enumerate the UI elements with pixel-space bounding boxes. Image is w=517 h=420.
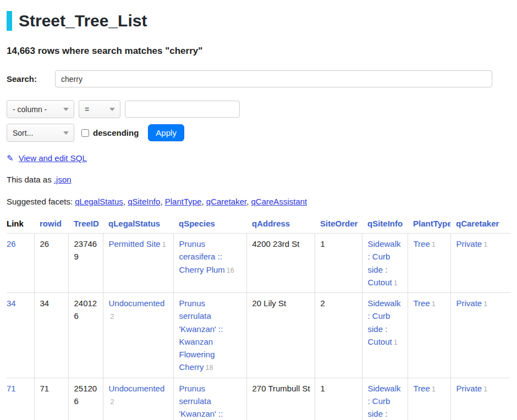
column-select[interactable]: - column - bbox=[7, 100, 74, 118]
cell-Link: 34 bbox=[7, 293, 34, 378]
column-header-link-qAddress[interactable]: qAddress bbox=[252, 219, 290, 228]
cell-link[interactable]: Private bbox=[457, 299, 482, 308]
cell-TreeID: 251206 bbox=[68, 378, 103, 420]
descending-label: descending bbox=[93, 128, 139, 137]
cell-Link: 26 bbox=[7, 234, 34, 293]
column-header-qLegalStatus: qLegalStatus bbox=[103, 217, 173, 234]
facet-count-badge: 2 bbox=[111, 398, 114, 406]
column-header-link-rowid[interactable]: rowid bbox=[40, 219, 62, 228]
facet-count-badge: 1 bbox=[483, 300, 487, 308]
facet-count-badge: 1 bbox=[483, 385, 487, 393]
cell-PlantType: Tree1 bbox=[408, 293, 450, 378]
cell-TreeID: 237469 bbox=[68, 234, 103, 293]
column-header-Link: Link bbox=[7, 217, 34, 234]
cell-link[interactable]: 34 bbox=[7, 299, 16, 308]
table-row: 7171251206Undocumented2Prunus serrulata … bbox=[7, 378, 510, 420]
cell-qLegalStatus: Permitted Site1 bbox=[103, 234, 173, 293]
column-header-link-qCaretaker[interactable]: qCaretaker bbox=[456, 219, 499, 228]
filter-row: - column - = bbox=[7, 100, 510, 118]
cell-qSpecies: Prunus serrulata 'Kwanzan' :: Kwanzan Fl… bbox=[173, 378, 246, 420]
filter-value-input[interactable] bbox=[125, 101, 240, 118]
operator-select-wrap: = bbox=[79, 100, 120, 118]
data-as-line: This data as .json bbox=[7, 175, 510, 184]
cell-qCaretaker: Private1 bbox=[450, 293, 510, 378]
suggested-facets-line: Suggested facets: qLegalStatus, qSiteInf… bbox=[7, 197, 510, 206]
apply-button[interactable]: Apply bbox=[148, 124, 184, 141]
cell-qAddress: 20 Lily St bbox=[246, 293, 315, 378]
descending-checkbox[interactable] bbox=[81, 129, 89, 137]
facet-count-badge: 1 bbox=[432, 385, 436, 393]
sort-select[interactable]: Sort... bbox=[7, 124, 74, 142]
cell-link[interactable]: Prunus serrulata 'Kwanzan' :: Kwanzan Fl… bbox=[179, 384, 223, 420]
facet-link-qSiteInfo[interactable]: qSiteInfo bbox=[128, 197, 160, 206]
column-header-link-PlantType[interactable]: PlantType bbox=[413, 219, 450, 228]
cell-qCaretaker: Private1 bbox=[450, 378, 510, 420]
cell-qCaretaker: Private1 bbox=[450, 234, 510, 293]
cell-link[interactable]: Tree bbox=[414, 384, 430, 393]
json-link[interactable]: .json bbox=[54, 175, 72, 184]
results-table: LinkrowidTreeIDqLegalStatusqSpeciesqAddr… bbox=[7, 217, 510, 420]
column-header-qAddress: qAddress bbox=[246, 217, 315, 234]
cell-link[interactable]: Permitted Site bbox=[109, 239, 161, 248]
cell-qSiteInfo: Sidewalk: Curb side : Cutout1 bbox=[362, 234, 408, 293]
cell-link[interactable]: Private bbox=[457, 239, 482, 248]
cell-qSiteInfo: Sidewalk: Curb side : Cutout1 bbox=[362, 378, 408, 420]
sql-line: ✎ View and edit SQL bbox=[7, 153, 510, 163]
facet-count-badge: 1 bbox=[394, 339, 398, 346]
cell-link[interactable]: Prunus serrulata 'Kwanzan' :: Kwanzan Fl… bbox=[179, 299, 223, 372]
cell-rowid: 71 bbox=[34, 378, 68, 420]
cell-link[interactable]: Undocumented bbox=[109, 299, 165, 308]
table-row: 2626237469Permitted Site1Prunus cerasife… bbox=[7, 234, 510, 293]
search-input[interactable] bbox=[55, 70, 492, 87]
cell-qAddress: 270 Trumbull St bbox=[246, 378, 315, 420]
cell-PlantType: Tree1 bbox=[408, 234, 450, 293]
cell-link[interactable]: Sidewalk: Curb side : Cutout bbox=[368, 384, 401, 420]
cell-link[interactable]: Tree bbox=[414, 239, 430, 248]
cell-link[interactable]: Prunus cerasifera :: Cherry Plum bbox=[179, 239, 225, 274]
cell-link[interactable]: Private bbox=[457, 384, 482, 393]
view-edit-sql-link[interactable]: View and edit SQL bbox=[19, 153, 87, 163]
cell-TreeID: 240126 bbox=[68, 293, 103, 378]
cell-rowid: 26 bbox=[34, 234, 68, 293]
cell-link[interactable]: Tree bbox=[414, 299, 430, 308]
facet-link-qCareAssistant[interactable]: qCareAssistant bbox=[251, 197, 307, 206]
cell-qAddress: 4200 23rd St bbox=[246, 234, 315, 293]
table-row: 3434240126Undocumented2Prunus serrulata … bbox=[7, 293, 510, 378]
cell-link[interactable]: 26 bbox=[7, 239, 16, 248]
column-header-SiteOrder: SiteOrder bbox=[315, 217, 362, 234]
column-header-link-TreeID[interactable]: TreeID bbox=[74, 219, 99, 228]
column-header-link-qSiteInfo[interactable]: qSiteInfo bbox=[367, 219, 403, 228]
facet-links: qLegalStatus, qSiteInfo, PlantType, qCar… bbox=[75, 197, 307, 206]
facet-link-qLegalStatus[interactable]: qLegalStatus bbox=[75, 197, 123, 206]
cell-SiteOrder: 2 bbox=[315, 293, 362, 378]
cell-link[interactable]: Undocumented bbox=[109, 384, 165, 393]
column-header-link-SiteOrder[interactable]: SiteOrder bbox=[320, 219, 358, 228]
row-count-summary: 14,663 rows where search matches "cherry… bbox=[7, 46, 510, 57]
column-header-qSiteInfo: qSiteInfo bbox=[362, 217, 408, 234]
cell-Link: 71 bbox=[7, 378, 34, 420]
facet-count-badge: 1 bbox=[162, 241, 166, 248]
cell-rowid: 34 bbox=[34, 293, 68, 378]
column-header-rowid: rowid bbox=[34, 217, 68, 234]
facets-prefix: Suggested facets: bbox=[7, 197, 75, 206]
pencil-icon: ✎ bbox=[7, 153, 14, 163]
facet-count-badge: 1 bbox=[394, 279, 398, 287]
cell-SiteOrder: 1 bbox=[315, 234, 362, 293]
cell-qSpecies: Prunus cerasifera :: Cherry Plum16 bbox=[173, 234, 246, 293]
data-as-prefix: This data as bbox=[7, 175, 54, 184]
column-header-PlantType: PlantType bbox=[408, 217, 450, 234]
facet-link-PlantType[interactable]: PlantType bbox=[165, 197, 202, 206]
sort-row: Sort... descending Apply bbox=[7, 124, 510, 142]
facet-count-badge: 2 bbox=[111, 313, 114, 320]
operator-select[interactable]: = bbox=[79, 100, 120, 118]
page-container: Street_Tree_List 14,663 rows where searc… bbox=[0, 0, 517, 420]
column-select-wrap: - column - bbox=[7, 100, 74, 118]
cell-SiteOrder: 1 bbox=[315, 378, 362, 420]
cell-qLegalStatus: Undocumented2 bbox=[103, 378, 173, 420]
column-header-link-qSpecies[interactable]: qSpecies bbox=[179, 219, 215, 228]
column-header-link-qLegalStatus[interactable]: qLegalStatus bbox=[108, 219, 160, 228]
page-title: Street_Tree_List bbox=[7, 11, 510, 31]
cell-link[interactable]: 71 bbox=[7, 384, 16, 393]
facet-count-badge: 16 bbox=[227, 267, 234, 274]
facet-link-qCaretaker[interactable]: qCaretaker bbox=[206, 197, 246, 206]
